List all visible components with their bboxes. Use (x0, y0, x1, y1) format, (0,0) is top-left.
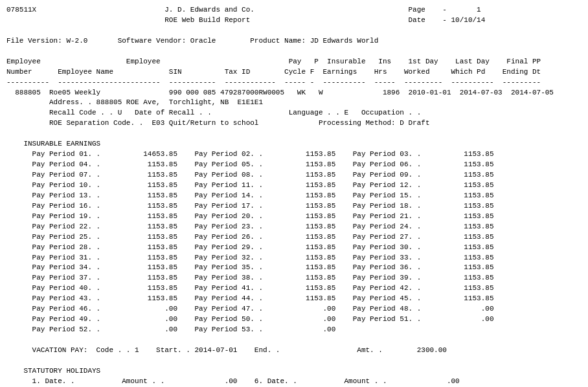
report-line-18: Pay Period 13. . 1153.85 Pay Period 14. … (6, 191, 582, 201)
report-line-2 (6, 26, 582, 36)
report-line-26: Pay Period 37. . 1153.85 Pay Period 38. … (6, 273, 582, 283)
report-line-36: 1. Date. . Amount . . .00 6. Date. . Amo… (6, 377, 582, 387)
report-line-10: Recall Code . . U Date of Recall . . Lan… (6, 108, 582, 118)
report-line-21: Pay Period 22. . 1153.85 Pay Period 23. … (6, 222, 582, 232)
report-line-1: ROE Web Build Report Date - 10/10/14 (6, 16, 582, 26)
report-line-34 (6, 356, 582, 366)
report-line-19: Pay Period 16. . 1153.85 Pay Period 17. … (6, 201, 582, 212)
report-content: 078511X J. D. Edwards and Co. Page - 1 R… (6, 5, 582, 387)
report-line-29: Pay Period 46. . .00 Pay Period 47. . .0… (6, 304, 582, 315)
report-line-31: Pay Period 52. . .00 Pay Period 53. . .0… (6, 325, 582, 335)
report-line-4 (6, 47, 582, 57)
report-line-27: Pay Period 40. . 1153.85 Pay Period 41. … (6, 283, 582, 294)
report-line-25: Pay Period 34. . 1153.85 Pay Period 35. … (6, 263, 582, 273)
report-line-35: STATUTORY HOLIDAYS (6, 366, 582, 377)
report-line-24: Pay Period 31. . 1153.85 Pay Period 32. … (6, 253, 582, 263)
report-line-14: Pay Period 01. . 14653.85 Pay Period 02.… (6, 149, 582, 160)
report-line-5: Employee Employee Pay P Insurable Ins 1s… (6, 57, 582, 67)
report-line-12 (6, 129, 582, 139)
report-line-9: Address. . 888805 ROE Ave, Torchlight, N… (6, 98, 582, 108)
report-line-13: INSURABLE EARNINGS (6, 139, 582, 149)
report-line-7: ---------- ------------------------ ----… (6, 78, 582, 88)
report-line-16: Pay Period 07. . 1153.85 Pay Period 08. … (6, 170, 582, 181)
report-line-15: Pay Period 04. . 1153.85 Pay Period 05. … (6, 160, 582, 170)
report-line-28: Pay Period 43. . 1153.85 Pay Period 44. … (6, 294, 582, 304)
report-line-32 (6, 335, 582, 346)
report-line-22: Pay Period 25. . 1153.85 Pay Period 26. … (6, 232, 582, 243)
report-line-33: VACATION PAY: Code . . 1 Start. . 2014-0… (6, 346, 582, 356)
report-line-8: 888805 Roe05 Weekly 990 000 085 47928700… (6, 88, 582, 98)
report-line-23: Pay Period 28. . 1153.85 Pay Period 29. … (6, 243, 582, 253)
report-line-17: Pay Period 10. . 1153.85 Pay Period 11. … (6, 181, 582, 191)
report-line-30: Pay Period 49. . .00 Pay Period 50. . .0… (6, 315, 582, 325)
report-line-6: Number Employee Name SIN Tax ID Cycle F … (6, 67, 582, 78)
report-line-20: Pay Period 19. . 1153.85 Pay Period 20. … (6, 212, 582, 222)
report-line-3: File Version: W-2.0 Software Vendor: Ora… (6, 36, 582, 47)
report-container: 078511X J. D. Edwards and Co. Page - 1 R… (6, 5, 582, 387)
report-line-11: ROE Separation Code. . E03 Quit/Return t… (6, 118, 582, 129)
report-line-0: 078511X J. D. Edwards and Co. Page - 1 (6, 5, 582, 16)
